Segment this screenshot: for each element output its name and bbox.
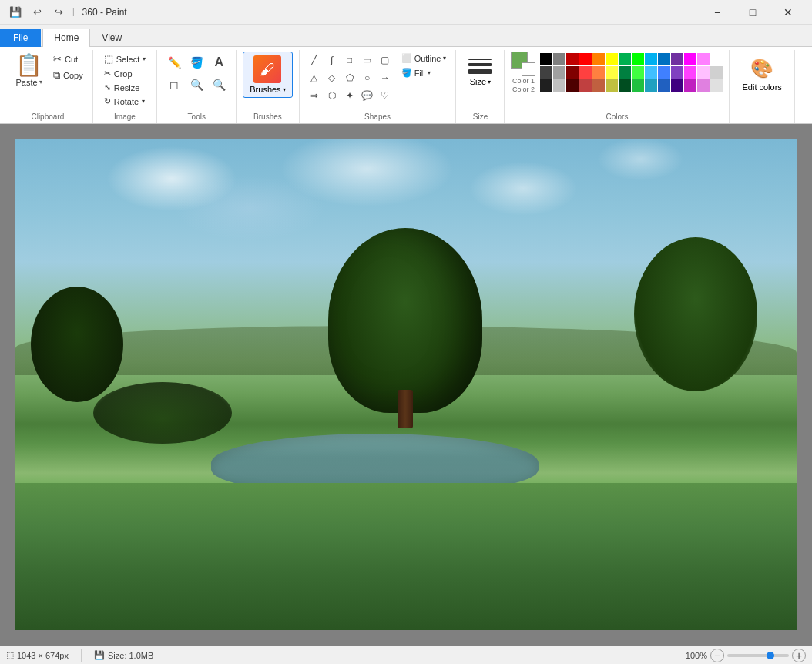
redo-quick-btn[interactable]: ↪: [49, 3, 68, 22]
color-swatch-10[interactable]: [671, 79, 683, 92]
save-quick-btn[interactable]: 💾: [6, 3, 25, 22]
cut-button[interactable]: ✂ Cut: [50, 52, 86, 66]
color-swatch-4[interactable]: [592, 79, 605, 92]
color-swatch-3[interactable]: [579, 79, 592, 92]
color-swatch-6[interactable]: [619, 66, 631, 79]
color-swatch-13[interactable]: [710, 53, 723, 65]
triangle-tool[interactable]: △: [306, 69, 323, 86]
color-swatch-9[interactable]: [658, 53, 670, 65]
color-swatch-12[interactable]: [697, 79, 710, 92]
color-swatch-12[interactable]: [697, 66, 710, 79]
text-tool[interactable]: A: [208, 52, 230, 73]
color-swatch-12[interactable]: [697, 53, 710, 65]
pentagon-tool[interactable]: ⬠: [341, 69, 358, 86]
arrow2-tool[interactable]: ⇒: [306, 87, 323, 104]
color2-swatch[interactable]: [522, 62, 535, 76]
color-swatch-7[interactable]: [632, 66, 644, 79]
eraser-tool[interactable]: ◻: [163, 74, 185, 96]
edit-with-group: 🖼️ Edit with Paint 3D: [795, 50, 812, 123]
rect-tool[interactable]: □: [341, 52, 358, 69]
color-swatch-10[interactable]: [671, 53, 683, 65]
color-swatch-8[interactable]: [645, 79, 657, 92]
edit-colors-label: Edit colors: [742, 82, 781, 92]
zoom-slider[interactable]: [727, 654, 789, 657]
color-swatch-1[interactable]: [553, 53, 565, 65]
color-swatch-9[interactable]: [658, 79, 670, 92]
color-swatch-1[interactable]: [553, 79, 565, 92]
color-swatch-5[interactable]: [606, 66, 618, 79]
arrow-tool[interactable]: →: [377, 69, 394, 86]
zoom-in-btn[interactable]: +: [792, 649, 806, 662]
edit-colors-button[interactable]: 🎨 Edit colors: [736, 52, 787, 95]
callout-tool[interactable]: 💬: [359, 87, 376, 104]
size-button[interactable]: Size ▾: [462, 52, 498, 89]
color-swatch-8[interactable]: [645, 53, 657, 65]
fill-button[interactable]: 🪣 Fill ▾: [398, 66, 450, 79]
tab-view[interactable]: View: [90, 29, 133, 47]
landscape-painting: [15, 139, 797, 630]
rotate-button[interactable]: ↻ Rotate ▾: [99, 95, 149, 108]
color-swatch-7[interactable]: [632, 79, 644, 92]
color-swatch-3[interactable]: [579, 66, 592, 79]
color-swatch-5[interactable]: [606, 53, 618, 65]
rounded-rect-tool[interactable]: ▢: [377, 52, 394, 69]
heart-tool[interactable]: ♡: [377, 87, 394, 104]
resize-label: Resize: [114, 83, 140, 92]
tab-file[interactable]: File: [0, 29, 41, 47]
color-swatch-4[interactable]: [592, 66, 605, 79]
magnifier-tool[interactable]: 🔍: [208, 74, 230, 96]
color-pick-tool[interactable]: 🔍: [186, 74, 207, 96]
diamond-tool[interactable]: ◇: [324, 69, 341, 86]
color-swatch-6[interactable]: [619, 53, 631, 65]
select-button[interactable]: ⬚ Select ▾: [99, 52, 151, 66]
canvas-area[interactable]: [0, 124, 812, 646]
resize-button[interactable]: ⤡ Resize: [99, 81, 145, 94]
color-swatch-6[interactable]: [619, 79, 631, 92]
rotate-icon: ↻: [104, 96, 111, 106]
brushes-icon: 🖌: [253, 55, 281, 83]
color-swatch-10[interactable]: [671, 66, 683, 79]
line-tool[interactable]: ╱: [306, 52, 323, 69]
image-group-content: ⬚ Select ▾ ✂ Crop ⤡: [99, 50, 151, 110]
curve-tool[interactable]: ∫: [324, 52, 341, 69]
ellipse-tool[interactable]: ○: [359, 69, 376, 86]
tab-home[interactable]: Home: [42, 29, 90, 47]
maximize-btn[interactable]: □: [735, 0, 770, 25]
color-swatch-3[interactable]: [579, 53, 592, 65]
color-swatch-11[interactable]: [684, 79, 696, 92]
color-swatch-8[interactable]: [645, 66, 657, 79]
color-swatch-11[interactable]: [684, 66, 696, 79]
color-swatch-5[interactable]: [606, 79, 618, 92]
color-swatch-2[interactable]: [566, 53, 579, 65]
undo-quick-btn[interactable]: ↩: [28, 3, 46, 22]
color2-label: Color 2: [512, 86, 535, 93]
color-swatch-13[interactable]: [710, 66, 723, 79]
color-swatch-9[interactable]: [658, 66, 670, 79]
pencil-tool[interactable]: ✏️: [163, 52, 185, 73]
star4-tool[interactable]: ✦: [341, 87, 358, 104]
color-swatch-0[interactable]: [540, 79, 552, 92]
main-canvas[interactable]: [15, 139, 797, 630]
color-swatch-4[interactable]: [592, 53, 605, 65]
color-swatch-7[interactable]: [632, 53, 644, 65]
rect2-tool[interactable]: ▭: [359, 52, 376, 69]
color-swatch-2[interactable]: [566, 66, 579, 79]
brushes-button[interactable]: 🖌 Brushes ▾: [243, 52, 292, 98]
fill-tool[interactable]: 🪣: [186, 52, 207, 73]
arrow3-tool[interactable]: ⬡: [324, 87, 341, 104]
color-swatch-11[interactable]: [684, 53, 696, 65]
crop-button[interactable]: ✂ Crop: [99, 67, 137, 80]
color-swatch-13[interactable]: [710, 79, 723, 92]
color-swatch-1[interactable]: [553, 66, 565, 79]
color-swatch-2[interactable]: [566, 79, 579, 92]
color-swatch-0[interactable]: [540, 53, 552, 65]
color-swatch-0[interactable]: [540, 66, 552, 79]
edit-with-paint3d-button[interactable]: 🖼️ Edit with Paint 3D: [801, 52, 812, 106]
minimize-btn[interactable]: −: [700, 0, 735, 25]
close-btn[interactable]: ✕: [770, 0, 806, 25]
paste-button[interactable]: 📋 Paste ▾: [9, 52, 49, 90]
outline-button[interactable]: ⬜ Outline ▾: [398, 52, 450, 65]
copy-button[interactable]: ⧉ Copy: [50, 68, 86, 83]
colors-group-content: Color 1 Color 2: [511, 50, 723, 110]
zoom-out-btn[interactable]: −: [710, 649, 724, 662]
